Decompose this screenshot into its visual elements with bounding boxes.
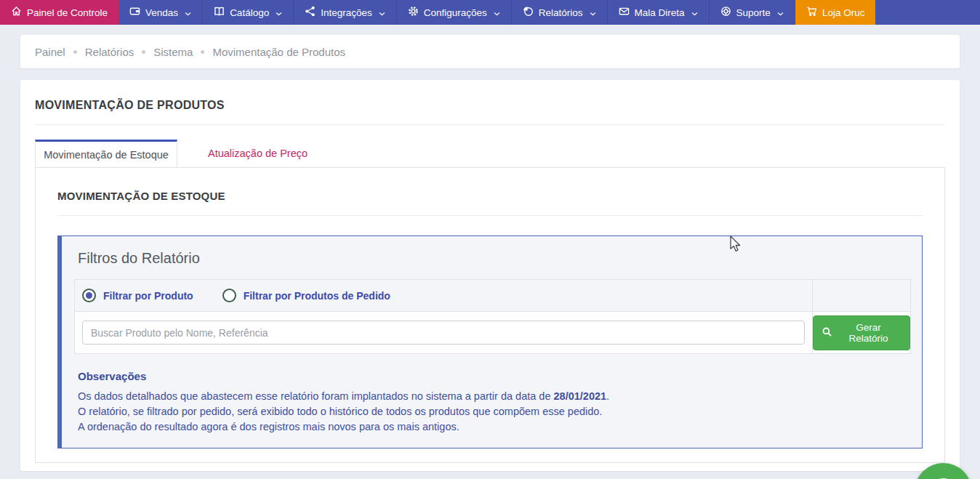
nav-item-label: Suporte [736,7,771,18]
envelope-icon [619,6,630,19]
tab-movimentacao-de-estoque[interactable]: Movimentação de Estoque [35,140,177,167]
life-ring-icon [720,6,731,19]
share-icon [305,6,316,19]
nav-item-painel-de-controle[interactable]: Painel de Controle [0,0,119,25]
nav-item-label: Configurações [424,7,487,18]
filter-search-row: Gerar Relatório [75,311,910,353]
home-icon [11,6,22,19]
main-card: MOVIMENTAÇÃO DE PRODUTOS Movimentação de… [20,80,960,471]
chevron-down-icon [276,7,282,18]
nav-item-suporte[interactable]: Suporte [710,0,795,25]
radio-filtrar-por-produtos-de-pedido[interactable]: Filtrar por Produtos de Pedido [222,289,390,302]
nav-item-label: Mala Direta [635,7,685,18]
tab-atualizacao-de-preco[interactable]: Atualização de Preço [177,140,338,167]
breadcrumb-separator-dot [142,50,145,54]
book-icon [214,6,225,19]
radio-button-icon [222,289,236,302]
radio-label: Filtrar por Produto [103,290,193,302]
breadcrumb-separator-dot [73,50,77,54]
breadcrumb-relatorios[interactable]: Relatórios [85,46,134,58]
filter-mode-cell: Filtrar por Produto Filtrar por Produtos… [75,280,812,311]
observations-block: Observações Os dados detalhados que abas… [74,370,911,435]
filter-search-cell [75,312,812,353]
nav-item-label: Relatórios [539,7,583,18]
breadcrumb-painel[interactable]: Painel [35,46,65,58]
filter-button-cell: Gerar Relatório [812,312,910,353]
chevron-down-icon [379,7,385,18]
nav-item-integracoes[interactable]: Integrações [294,0,397,25]
radio-label: Filtrar por Produtos de Pedido [244,290,390,302]
wallet-icon [129,6,140,19]
nav-item-configuracoes[interactable]: Configurações [397,0,512,25]
radio-button-icon [82,289,96,302]
breadcrumb-separator-dot [201,50,204,54]
generate-report-label: Gerar Relatório [836,322,901,344]
observation-line-1-period: . [606,390,609,402]
nav-item-relatorios[interactable]: Relatórios [512,0,608,25]
product-search-input[interactable] [82,321,805,345]
top-navigation: Painel de Controle Vendas Catálogo [0,0,980,25]
breadcrumb: Painel Relatórios Sistema Movimentação d… [20,35,960,68]
section-title: MOVIMENTAÇÃO DE ESTOQUE [57,190,923,202]
observation-line-2: O relatório, se filtrado por pedido, ser… [78,404,911,419]
divider [35,124,945,125]
observation-line-1-text: Os dados detalhados que abastecem esse r… [78,390,554,402]
report-filters-panel: Filtros do Relatório Filtrar por Produto… [57,236,923,448]
nav-item-label: Vendas [145,7,178,18]
nav-item-loja-oruc[interactable]: Loja Oruc [795,0,876,25]
observation-line-3: A ordenação do resultado agora é dos reg… [78,419,911,435]
nav-item-label: Integrações [321,7,372,18]
observation-date: 28/01/2021 [554,390,607,402]
nav-item-mala-direta[interactable]: Mala Direta [608,0,710,25]
nav-item-vendas[interactable]: Vendas [119,0,203,25]
chevron-down-icon [777,7,784,18]
nav-item-label: Catálogo [230,7,269,18]
chevron-down-icon [494,7,500,18]
observation-line-1: Os dados detalhados que abastecem esse r… [78,389,911,404]
nav-item-label: Painel de Controle [27,7,108,18]
filter-table: Filtrar por Produto Filtrar por Produtos… [74,279,911,354]
filter-panel-title: Filtros do Relatório [78,250,911,267]
chevron-down-icon [185,7,191,18]
chevron-down-icon [590,7,596,18]
observations-title: Observações [78,370,911,382]
cart-icon [806,6,817,19]
chevron-down-icon [691,7,698,18]
nav-item-label: Loja Oruc [822,7,865,18]
breadcrumb-sistema[interactable]: Sistema [153,46,193,58]
breadcrumb-current: Movimentação de Produtos [212,46,345,58]
nav-item-catalogo[interactable]: Catálogo [203,0,294,25]
generate-report-button[interactable]: Gerar Relatório [813,315,910,350]
divider [57,215,923,216]
gear-icon [408,6,419,19]
pie-chart-icon [523,6,534,19]
filter-side-cell-empty [812,280,910,311]
search-icon [822,327,832,339]
filter-mode-row: Filtrar por Produto Filtrar por Produtos… [75,280,910,311]
tab-content: MOVIMENTAÇÃO DE ESTOQUE Filtros do Relat… [35,167,945,463]
page-title: MOVIMENTAÇÃO DE PRODUTOS [35,99,945,112]
radio-filtrar-por-produto[interactable]: Filtrar por Produto [82,289,193,302]
tab-bar: Movimentação de Estoque Atualização de P… [35,140,945,167]
